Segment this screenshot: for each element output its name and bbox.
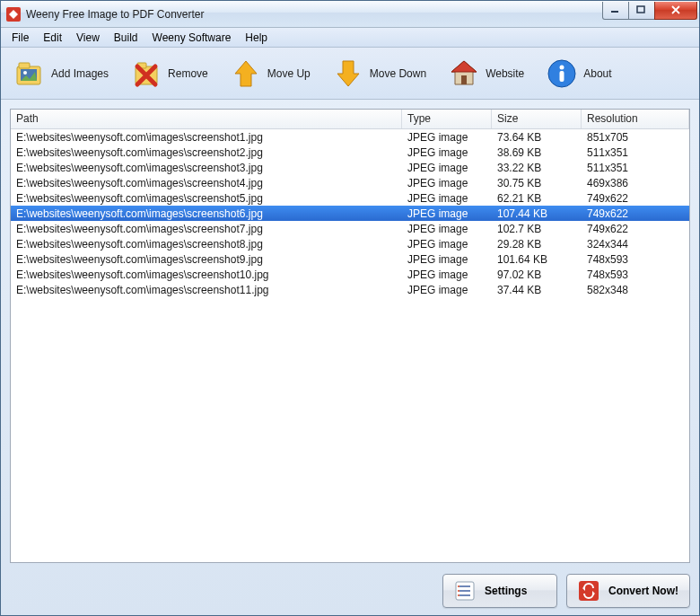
svg-rect-3: [19, 63, 30, 68]
column-size[interactable]: Size: [492, 110, 582, 128]
cell-size: 33.22 KB: [492, 162, 582, 174]
cell-resolution: 749x622: [582, 207, 689, 220]
cell-size: 101.64 KB: [492, 253, 582, 266]
column-path[interactable]: Path: [11, 110, 402, 128]
website-label: Website: [486, 67, 524, 80]
cell-type: JPEG image: [402, 131, 492, 144]
home-icon: [448, 57, 480, 90]
cell-path: E:\websites\weenysoft.com\images\screens…: [11, 238, 402, 251]
cell-size: 73.64 KB: [492, 131, 582, 144]
cell-size: 30.75 KB: [492, 177, 582, 189]
app-icon: [6, 7, 21, 22]
arrow-down-icon: [332, 57, 364, 90]
svg-rect-8: [461, 75, 467, 84]
table-row[interactable]: E:\websites\weenysoft.com\images\screens…: [11, 251, 689, 267]
cell-type: JPEG image: [402, 177, 492, 189]
cell-path: E:\websites\weenysoft.com\images\screens…: [11, 223, 402, 235]
cell-type: JPEG image: [402, 223, 492, 235]
table-row[interactable]: E:\websites\weenysoft.com\images\screens…: [11, 236, 689, 251]
cell-type: JPEG image: [402, 284, 492, 296]
info-icon: [546, 57, 578, 90]
table-row[interactable]: E:\websites\weenysoft.com\images\screens…: [11, 160, 689, 175]
cell-size: 62.21 KB: [492, 192, 582, 205]
close-button[interactable]: [654, 2, 697, 20]
column-resolution[interactable]: Resolution: [582, 110, 689, 128]
arrow-up-icon: [230, 57, 262, 90]
cell-type: JPEG image: [402, 207, 492, 220]
cell-size: 102.7 KB: [492, 223, 582, 235]
menu-edit[interactable]: Edit: [36, 30, 69, 46]
table-row[interactable]: E:\websites\weenysoft.com\images\screens…: [11, 175, 689, 190]
table-row[interactable]: E:\websites\weenysoft.com\images\screens…: [11, 206, 689, 221]
cell-size: 29.28 KB: [492, 238, 582, 251]
list-header: Path Type Size Resolution: [11, 110, 689, 129]
convert-button[interactable]: Convert Now!: [566, 574, 690, 608]
content-area: Path Type Size Resolution E:\websites\we…: [1, 100, 699, 572]
list-body[interactable]: E:\websites\weenysoft.com\images\screens…: [11, 129, 689, 562]
toolbar: Add Images Remove Move Up Move Down Webs…: [1, 48, 699, 100]
window-title: Weeny Free Image to PDF Converter: [26, 8, 603, 21]
table-row[interactable]: E:\websites\weenysoft.com\images\screens…: [11, 190, 689, 206]
titlebar[interactable]: Weeny Free Image to PDF Converter: [1, 1, 699, 28]
cell-resolution: 851x705: [582, 131, 689, 144]
cell-resolution: 749x622: [582, 192, 689, 205]
cell-path: E:\websites\weenysoft.com\images\screens…: [11, 162, 402, 174]
table-row[interactable]: E:\websites\weenysoft.com\images\screens…: [11, 267, 689, 282]
svg-rect-11: [560, 71, 564, 82]
menu-file[interactable]: File: [4, 30, 36, 46]
svg-point-10: [560, 65, 564, 69]
move-up-label: Move Up: [267, 67, 311, 80]
table-row[interactable]: E:\websites\weenysoft.com\images\screens…: [11, 282, 689, 297]
cell-size: 38.69 KB: [492, 146, 582, 159]
menu-build[interactable]: Build: [107, 30, 145, 46]
menubar: File Edit View Build Weeny Software Help: [1, 28, 699, 48]
window-controls: [603, 2, 699, 20]
move-up-button[interactable]: Move Up: [224, 54, 316, 93]
cell-type: JPEG image: [402, 146, 492, 159]
menu-weeny-software[interactable]: Weeny Software: [145, 30, 239, 46]
move-down-button[interactable]: Move Down: [327, 54, 432, 93]
menu-help[interactable]: Help: [238, 30, 275, 46]
table-row[interactable]: E:\websites\weenysoft.com\images\screens…: [11, 145, 689, 160]
settings-icon: [454, 580, 476, 602]
add-images-button[interactable]: Add Images: [8, 54, 114, 93]
cell-type: JPEG image: [402, 253, 492, 266]
column-type[interactable]: Type: [402, 110, 492, 128]
cell-path: E:\websites\weenysoft.com\images\screens…: [11, 207, 402, 220]
cell-resolution: 324x344: [582, 238, 689, 251]
cell-path: E:\websites\weenysoft.com\images\screens…: [11, 284, 402, 296]
svg-point-5: [23, 71, 27, 75]
add-images-label: Add Images: [51, 67, 109, 80]
remove-button[interactable]: Remove: [125, 54, 214, 93]
folder-image-icon: [13, 57, 46, 90]
convert-label: Convert Now!: [608, 585, 678, 597]
minimize-button[interactable]: [602, 2, 629, 20]
cell-path: E:\websites\weenysoft.com\images\screens…: [11, 177, 402, 189]
website-button[interactable]: Website: [442, 54, 529, 93]
maximize-button[interactable]: [628, 2, 655, 20]
settings-button[interactable]: Settings: [442, 574, 557, 608]
cell-path: E:\websites\weenysoft.com\images\screens…: [11, 253, 402, 266]
about-label: About: [583, 67, 611, 80]
cell-resolution: 749x622: [582, 223, 689, 235]
cell-resolution: 748x593: [582, 268, 689, 281]
cell-type: JPEG image: [402, 238, 492, 251]
cell-resolution: 582x348: [582, 284, 689, 296]
app-window: Weeny Free Image to PDF Converter File E…: [0, 0, 700, 616]
cell-path: E:\websites\weenysoft.com\images\screens…: [11, 131, 402, 144]
remove-icon: [130, 57, 162, 90]
table-row[interactable]: E:\websites\weenysoft.com\images\screens…: [11, 221, 689, 236]
table-row[interactable]: E:\websites\weenysoft.com\images\screens…: [11, 129, 689, 145]
cell-size: 107.44 KB: [492, 207, 582, 220]
remove-label: Remove: [168, 67, 208, 80]
file-list: Path Type Size Resolution E:\websites\we…: [10, 109, 690, 563]
svg-rect-1: [637, 6, 644, 13]
cell-size: 97.02 KB: [492, 268, 582, 281]
cell-path: E:\websites\weenysoft.com\images\screens…: [11, 146, 402, 159]
cell-type: JPEG image: [402, 162, 492, 174]
menu-view[interactable]: View: [69, 30, 107, 46]
cell-size: 37.44 KB: [492, 284, 582, 296]
move-down-label: Move Down: [370, 67, 426, 80]
about-button[interactable]: About: [540, 54, 617, 93]
bottom-bar: Settings Convert Now!: [1, 572, 699, 615]
